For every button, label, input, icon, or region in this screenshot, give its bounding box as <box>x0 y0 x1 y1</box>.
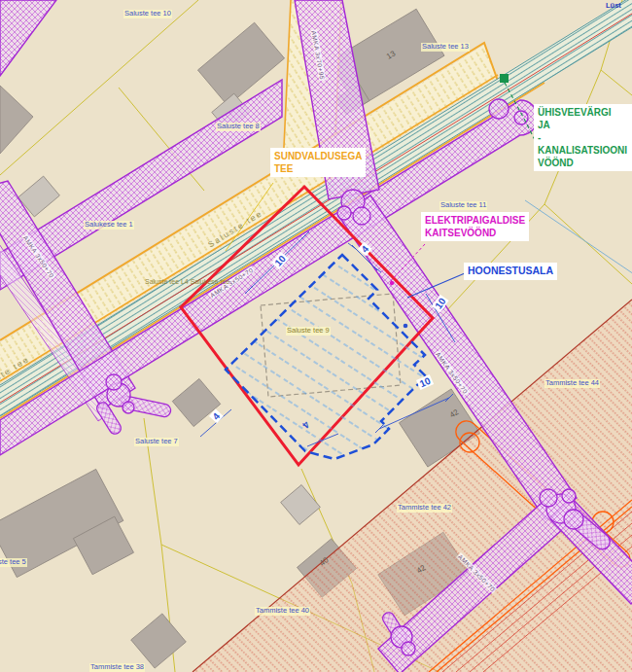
parcel-label-saluste-tee-8: Saluste tee 8 <box>216 123 261 131</box>
parcel-label-saluste-tee-9: Saluste tee 9 <box>286 327 331 336</box>
callout-sundvaldusega-tee: SUNDVALDUSEGA TEE <box>270 148 366 177</box>
parcel-label-saluste-tee-11: Saluste tee 11 <box>439 201 487 210</box>
callout-uhisveevargi-voond: ÜHISVEEVÄRGI JA -KANALISATSIOONI VÖÖND <box>534 104 632 171</box>
parcel-label-salukese-tee-1: Salukese tee 1 <box>84 221 134 230</box>
parcel-label-tammiste-tee-40: Tammiste tee 40 <box>255 607 310 616</box>
water-connection-marker <box>500 74 509 83</box>
parcel-label-saluste-tee-10: Saluste tee 10 <box>123 10 172 18</box>
connection-point-dot <box>404 324 408 329</box>
parcel-label-saluste-tee-7: Saluste tee 7 <box>134 438 179 446</box>
parcel-label-road-unit: Saluste tee L4 Salukese tee <box>144 278 230 286</box>
callout-elektripaigaldise-kaitsevoond: ELEKTRIPAIGALDISE KAITSEVÖÖND <box>421 212 529 241</box>
callout-hoonestusala: HOONESTUSALA <box>464 263 557 280</box>
map-canvas <box>0 0 632 672</box>
parcel-label-edge-partial: Lüst <box>605 2 632 11</box>
parcel-label-tammiste-tee-44: Tammiste tee 44 <box>544 379 600 388</box>
parcel-label-tammiste-tee-38: Tammiste tee 38 <box>89 663 145 672</box>
parcel-label-tammiste-tee-42: Tammiste tee 42 <box>397 504 452 513</box>
parcel-label-saluste-tee-13: Saluste tee 13 <box>421 43 470 52</box>
detail-plan-map: Saluste tee 10 Saluste tee 13 Saluste te… <box>0 0 632 672</box>
parcel-label-saluste-tee-5: Saluste tee 5 <box>0 558 27 567</box>
